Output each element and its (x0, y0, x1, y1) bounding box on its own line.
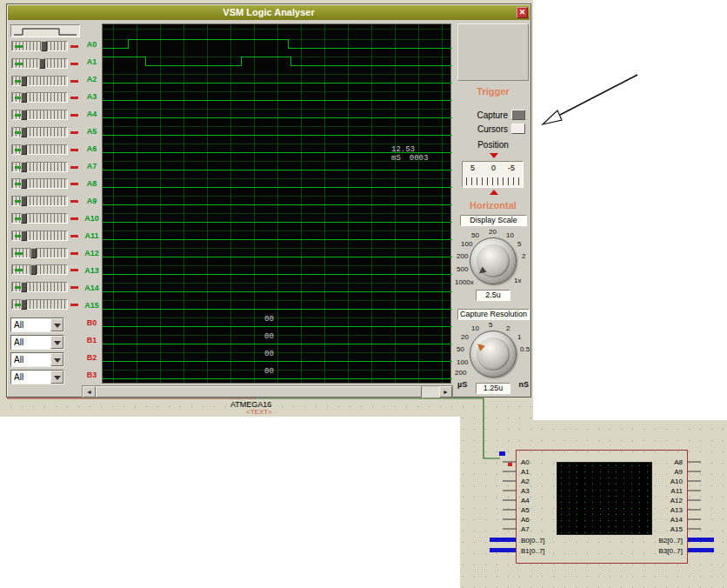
position-marker-bottom[interactable] (490, 190, 498, 195)
pin-label-a14: A14 (670, 516, 683, 525)
slider-thumb[interactable] (21, 162, 27, 172)
pin-label-a5: A5 (521, 506, 530, 515)
dial-label: 10 (471, 324, 479, 332)
pin-label-a12: A12 (670, 497, 683, 505)
channel-label-a5: A5 (82, 127, 102, 137)
dial-label: 50 (471, 231, 479, 239)
position-tick-marks (466, 177, 519, 185)
channel-slider-a14[interactable] (10, 280, 80, 294)
channel-slider-a12[interactable] (10, 246, 80, 260)
channel-label-a15: A15 (82, 301, 102, 311)
pin-label-a2: A2 (521, 478, 530, 486)
red-indicator (70, 183, 78, 185)
capture-resolution-value: 1.25u (476, 383, 510, 394)
trigger-status-box (457, 23, 529, 81)
channel-slider-a13[interactable] (10, 263, 80, 277)
dial-label: 0.5 (520, 345, 530, 353)
filter-select-b1[interactable]: All (10, 335, 64, 350)
bus-value: 00 (264, 315, 274, 324)
channel-slider-a6[interactable] (10, 143, 80, 157)
capture-button[interactable] (511, 110, 525, 120)
filter-select-b3[interactable]: All (10, 370, 64, 384)
cursors-button[interactable] (511, 124, 525, 134)
channel-slider-a11[interactable] (10, 229, 80, 243)
channel-slider-a15[interactable] (10, 297, 80, 311)
channel-slider-a2[interactable] (10, 74, 80, 88)
scrollbar-thumb[interactable] (96, 386, 422, 398)
dial-label: 10 (506, 231, 514, 239)
channel-slider-a4[interactable] (10, 108, 80, 122)
bus-label: B0[0..7] (521, 537, 545, 545)
filter-value: All (14, 320, 23, 330)
channel-label-a6: A6 (82, 144, 102, 154)
bus-value: 00 (264, 367, 274, 376)
unit-us-label: µS (457, 380, 467, 389)
position-slider[interactable]: 5 0 -5 (462, 161, 524, 188)
slider-thumb[interactable] (39, 58, 45, 69)
knob-pointer-icon (475, 341, 484, 351)
display-scale-knob[interactable] (470, 237, 517, 284)
slider-thumb[interactable] (41, 41, 47, 51)
chevron-down-icon[interactable] (50, 353, 63, 366)
pin-label-a0: A0 (521, 458, 530, 467)
dial-label: 100 (457, 358, 468, 366)
channel-slider-a1[interactable] (10, 57, 80, 70)
horizontal-scrollbar[interactable]: ◄ ► (82, 385, 453, 398)
channel-label-a3: A3 (82, 92, 102, 102)
channel-slider-a8[interactable] (10, 177, 80, 190)
slider-thumb[interactable] (21, 299, 27, 310)
chevron-down-icon[interactable] (50, 371, 63, 384)
pin-label-a10: A10 (670, 478, 683, 486)
cursor-readout: 12.53 mS0003 (391, 145, 450, 163)
red-indicator (70, 114, 78, 117)
green-indicator (15, 63, 23, 65)
slider-thumb[interactable] (30, 264, 37, 275)
channel-label-a0: A0 (82, 40, 102, 50)
channel-slider-a0[interactable] (10, 39, 80, 53)
channel-label-a10: A10 (82, 214, 102, 224)
chevron-down-icon[interactable] (50, 336, 63, 349)
close-button[interactable]: ✕ (517, 7, 528, 18)
slider-thumb[interactable] (21, 282, 27, 292)
slider-thumb[interactable] (21, 213, 27, 224)
slider-thumb[interactable] (21, 127, 27, 137)
slider-thumb[interactable] (21, 110, 27, 120)
bus-value: 00 (264, 332, 274, 341)
slider-thumb[interactable] (21, 178, 27, 189)
filter-select-b0[interactable]: All (10, 317, 64, 332)
channel-slider-a5[interactable] (10, 125, 80, 139)
position-label: Position (455, 140, 531, 150)
channel-slider-a7[interactable] (10, 160, 80, 174)
dial-label: 20 (489, 228, 497, 236)
slider-thumb[interactable] (30, 248, 37, 258)
window-titlebar[interactable]: VSM Logic Analyser ✕ (8, 5, 530, 20)
scroll-right-button[interactable]: ► (439, 386, 452, 398)
waveform-display[interactable]: 12.53 mS0003 00000000 (102, 23, 451, 384)
red-indicator (70, 149, 78, 151)
close-icon: ✕ (519, 8, 526, 17)
dial-label: 1 (517, 333, 521, 341)
capture-resolution-knob[interactable] (470, 331, 517, 378)
logic-analyser-symbol[interactable]: A0A1A2A3A4A5A6A7A8A9A10A11A12A13A14A15B0… (516, 450, 688, 564)
position-marker-top[interactable] (490, 153, 498, 158)
chevron-down-icon[interactable] (50, 318, 63, 331)
slider-thumb[interactable] (21, 76, 27, 86)
pin-label-a15: A15 (670, 525, 683, 534)
channel-slider-a10[interactable] (10, 211, 80, 225)
offsheet-area-top-right (533, 0, 727, 420)
scroll-left-button[interactable]: ◄ (83, 386, 96, 398)
bus-label: B1[0..7] (521, 547, 545, 556)
filter-select-b2[interactable]: All (10, 352, 64, 367)
slider-thumb[interactable] (21, 144, 27, 155)
bus-value: 00 (264, 350, 274, 358)
offsheet-area-bottom-left (0, 417, 460, 588)
channel-label-a13: A13 (82, 266, 102, 276)
slider-thumb[interactable] (21, 231, 27, 241)
channel-slider-a9[interactable] (10, 194, 80, 208)
slider-thumb[interactable] (21, 196, 27, 206)
red-indicator (70, 217, 78, 220)
dial-label: 50 (457, 345, 464, 353)
trigger-pattern-button[interactable] (10, 24, 80, 37)
slider-thumb[interactable] (21, 92, 27, 103)
channel-slider-a3[interactable] (10, 90, 80, 104)
